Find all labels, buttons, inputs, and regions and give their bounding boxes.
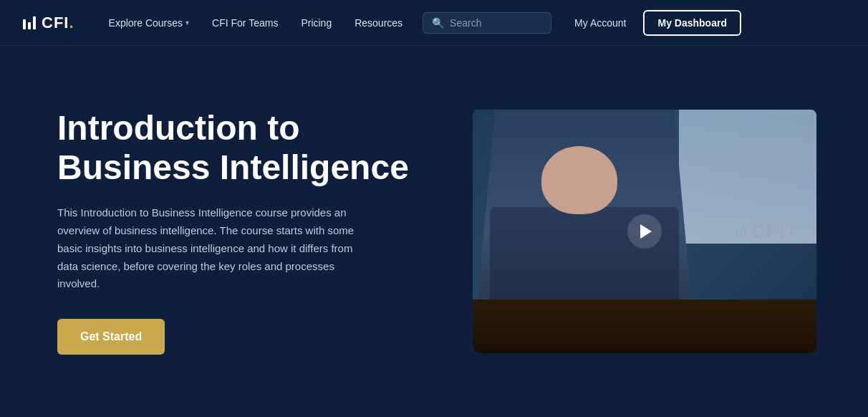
navbar: CFI. Explore Courses ▾ CFI For Teams Pri… xyxy=(0,0,868,46)
hero-section: Introduction to Business Intelligence Th… xyxy=(0,46,868,417)
video-placeholder: CFI T xyxy=(473,110,816,353)
nav-cfi-for-teams[interactable]: CFI For Teams xyxy=(203,11,286,34)
table-surface xyxy=(473,299,816,353)
nav-resources-label: Resources xyxy=(355,17,402,29)
search-icon: 🔍 xyxy=(432,17,444,29)
my-account-label: My Account xyxy=(574,17,626,29)
search-box[interactable]: 🔍 xyxy=(423,12,551,34)
logo-bar-2 xyxy=(28,22,31,29)
search-input[interactable] xyxy=(450,17,536,29)
video-cfi-logo: CFI T xyxy=(736,220,795,243)
logo-bar-1 xyxy=(23,19,26,29)
video-cfi-text: CFI xyxy=(751,220,785,243)
logo-text: CFI. xyxy=(42,14,74,32)
get-started-label: Get Started xyxy=(80,330,142,342)
nav-pricing-label: Pricing xyxy=(301,17,332,29)
logo-bars-icon xyxy=(23,16,36,29)
hero-content: Introduction to Business Intelligence Th… xyxy=(57,108,430,355)
nav-pricing[interactable]: Pricing xyxy=(292,11,340,34)
nav-links: Explore Courses ▾ CFI For Teams Pricing … xyxy=(100,10,845,36)
chevron-down-icon: ▾ xyxy=(185,19,189,27)
logo[interactable]: CFI. xyxy=(23,14,74,32)
get-started-button[interactable]: Get Started xyxy=(57,319,165,355)
brand-dot: . xyxy=(69,14,74,32)
person-head xyxy=(541,146,617,214)
play-button[interactable] xyxy=(627,214,662,249)
my-account-link[interactable]: My Account xyxy=(563,11,637,34)
logo-bar-3 xyxy=(33,16,36,29)
video-container[interactable]: CFI T xyxy=(473,110,816,353)
nav-cfi-for-teams-label: CFI For Teams xyxy=(212,17,278,29)
hero-description: This Introduction to Business Intelligen… xyxy=(57,204,358,293)
nav-explore-courses-label: Explore Courses xyxy=(109,17,183,29)
nav-resources[interactable]: Resources xyxy=(346,11,411,34)
video-cfi-superscript: T xyxy=(788,226,795,237)
brand-name: CFI xyxy=(42,14,69,32)
play-icon xyxy=(640,224,652,239)
my-dashboard-button[interactable]: My Dashboard xyxy=(643,10,741,36)
my-dashboard-label: My Dashboard xyxy=(657,17,726,29)
hero-title: Introduction to Business Intelligence xyxy=(57,108,430,187)
nav-explore-courses[interactable]: Explore Courses ▾ xyxy=(100,11,198,34)
